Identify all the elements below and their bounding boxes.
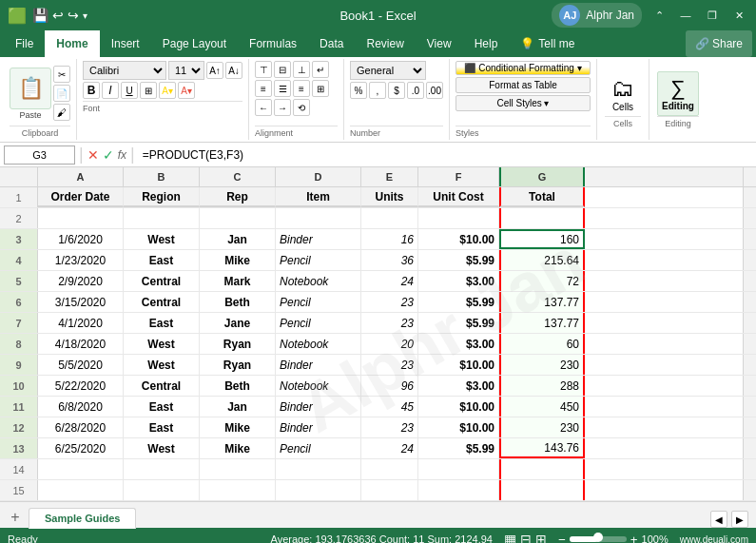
- cell-e5[interactable]: 24: [361, 271, 418, 291]
- cell-g6[interactable]: 137.77: [499, 292, 585, 312]
- cell-f6[interactable]: $5.99: [418, 292, 499, 312]
- tab-view[interactable]: View: [416, 30, 463, 57]
- cell-c7[interactable]: Jane: [200, 313, 276, 333]
- cell-c3[interactable]: Jan: [200, 229, 276, 249]
- formula-fx-btn[interactable]: fx: [118, 148, 126, 162]
- tab-data[interactable]: Data: [308, 30, 355, 57]
- cell-d13[interactable]: Pencil: [276, 438, 361, 458]
- cell-a14[interactable]: [38, 459, 124, 479]
- col-header-e[interactable]: E: [361, 167, 418, 186]
- normal-view-btn[interactable]: ▦: [504, 532, 516, 543]
- row-number[interactable]: 3: [0, 229, 38, 249]
- cell-styles-btn[interactable]: Cell Styles ▾: [456, 95, 591, 111]
- row-number[interactable]: 4: [0, 250, 38, 270]
- cell-g7[interactable]: 137.77: [499, 313, 585, 333]
- cell-a12[interactable]: 6/28/2020: [38, 417, 124, 437]
- cell-d1[interactable]: Item: [276, 187, 361, 207]
- col-header-d[interactable]: D: [276, 167, 361, 186]
- cell-f14[interactable]: [418, 459, 499, 479]
- cell-c8[interactable]: Ryan: [200, 334, 276, 354]
- cell-e7[interactable]: 23: [361, 313, 418, 333]
- cell-e8[interactable]: 20: [361, 334, 418, 354]
- cell-b10[interactable]: Central: [124, 376, 200, 396]
- cell-b1[interactable]: Region: [124, 187, 200, 207]
- col-header-c[interactable]: C: [200, 167, 276, 186]
- tab-page-layout[interactable]: Page Layout: [151, 30, 238, 57]
- underline-button[interactable]: U: [121, 82, 138, 99]
- name-box[interactable]: [4, 145, 75, 165]
- cell-f4[interactable]: $5.99: [418, 250, 499, 270]
- row-number[interactable]: 9: [0, 355, 38, 375]
- cell-g13[interactable]: 143.76: [499, 438, 585, 458]
- restore-btn[interactable]: ❐: [703, 6, 722, 25]
- cell-c15[interactable]: [200, 480, 276, 500]
- col-header-a[interactable]: A: [38, 167, 124, 186]
- conditional-formatting-btn[interactable]: ⬛ Conditional Formatting ▾: [456, 61, 591, 75]
- cell-d15[interactable]: [276, 480, 361, 500]
- cell-e3[interactable]: 16: [361, 229, 418, 249]
- formula-input[interactable]: [139, 145, 752, 165]
- close-btn[interactable]: ✕: [729, 6, 748, 25]
- cell-f13[interactable]: $5.99: [418, 438, 499, 458]
- sheet-scroll-right-btn[interactable]: ▶: [731, 511, 748, 528]
- cell-g8[interactable]: 60: [499, 334, 585, 354]
- cell-c1[interactable]: Rep: [200, 187, 276, 207]
- cell-d10[interactable]: Notebook: [276, 376, 361, 396]
- format-painter-button[interactable]: 🖌: [53, 104, 70, 121]
- redo-qat-btn[interactable]: ↪: [68, 8, 79, 23]
- tab-share[interactable]: 🔗 Share: [686, 30, 752, 57]
- cell-a11[interactable]: 6/8/2020: [38, 397, 124, 417]
- cell-g10[interactable]: 288: [499, 376, 585, 396]
- cell-a10[interactable]: 5/22/2020: [38, 376, 124, 396]
- cell-f12[interactable]: $10.00: [418, 417, 499, 437]
- zoom-in-btn[interactable]: +: [630, 533, 638, 544]
- cell-e10[interactable]: 96: [361, 376, 418, 396]
- add-sheet-btn[interactable]: +: [4, 507, 27, 528]
- tab-file[interactable]: File: [4, 30, 45, 57]
- cell-a13[interactable]: 6/25/2020: [38, 438, 124, 458]
- cell-e9[interactable]: 23: [361, 355, 418, 375]
- cell-b7[interactable]: East: [124, 313, 200, 333]
- zoom-out-btn[interactable]: −: [558, 533, 566, 544]
- cell-d6[interactable]: Pencil: [276, 292, 361, 312]
- cell-f10[interactable]: $3.00: [418, 376, 499, 396]
- cell-b5[interactable]: Central: [124, 271, 200, 291]
- cell-g5[interactable]: 72: [499, 271, 585, 291]
- cell-a9[interactable]: 5/5/2020: [38, 355, 124, 375]
- user-info[interactable]: AJ Alphr Jan: [552, 3, 642, 28]
- cell-c11[interactable]: Jan: [200, 397, 276, 417]
- cell-e13[interactable]: 24: [361, 438, 418, 458]
- col-header-f[interactable]: F: [418, 167, 499, 186]
- cell-d11[interactable]: Binder: [276, 397, 361, 417]
- cell-b14[interactable]: [124, 459, 200, 479]
- cell-d8[interactable]: Notebook: [276, 334, 361, 354]
- cell-b4[interactable]: East: [124, 250, 200, 270]
- save-qat-btn[interactable]: 💾: [32, 8, 48, 23]
- col-header-b[interactable]: B: [124, 167, 200, 186]
- cell-g12[interactable]: 230: [499, 417, 585, 437]
- cell-b9[interactable]: West: [124, 355, 200, 375]
- tab-review[interactable]: Review: [355, 30, 415, 57]
- cell-b2[interactable]: [124, 208, 200, 228]
- cell-e12[interactable]: 23: [361, 417, 418, 437]
- sheet-scroll-left-btn[interactable]: ◀: [710, 511, 727, 528]
- comma-btn[interactable]: ,: [369, 82, 386, 99]
- cells-button[interactable]: 🗂 Cells: [608, 71, 638, 116]
- font-size-decrease-btn[interactable]: A↓: [225, 62, 242, 79]
- cell-g14[interactable]: [499, 459, 585, 479]
- minimize-btn[interactable]: —: [676, 6, 695, 25]
- tab-formulas[interactable]: Formulas: [238, 30, 308, 57]
- cell-a2[interactable]: [38, 208, 124, 228]
- format-as-table-btn[interactable]: Format as Table: [456, 77, 591, 93]
- font-face-select[interactable]: Calibri: [83, 61, 166, 80]
- cell-b6[interactable]: Central: [124, 292, 200, 312]
- cell-e2[interactable]: [361, 208, 418, 228]
- cell-f1[interactable]: Unit Cost: [418, 187, 499, 207]
- row-number[interactable]: 5: [0, 271, 38, 291]
- row-number[interactable]: 8: [0, 334, 38, 354]
- cell-b8[interactable]: West: [124, 334, 200, 354]
- zoom-thumb[interactable]: [593, 533, 603, 542]
- copy-button[interactable]: 📄: [53, 85, 70, 102]
- number-format-select[interactable]: General: [350, 61, 426, 80]
- align-right-btn[interactable]: ≡: [293, 80, 310, 97]
